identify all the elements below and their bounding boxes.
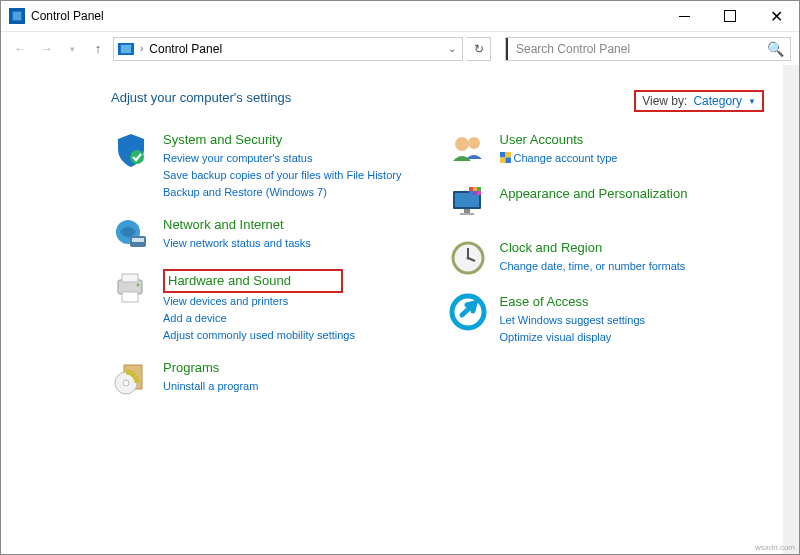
category-title-link[interactable]: System and Security xyxy=(163,130,282,150)
search-placeholder: Search Control Panel xyxy=(512,42,767,56)
svg-rect-9 xyxy=(122,274,138,282)
sublink[interactable]: Save backup copies of your files with Fi… xyxy=(163,167,428,184)
address-bar[interactable]: › Control Panel ⌄ xyxy=(113,37,463,61)
svg-point-14 xyxy=(123,380,129,386)
svg-rect-24 xyxy=(460,213,474,215)
category-title-link[interactable]: Ease of Access xyxy=(500,292,589,312)
svg-rect-30 xyxy=(477,191,481,195)
svg-rect-25 xyxy=(469,187,473,191)
sublink[interactable]: Adjust commonly used mobility settings xyxy=(163,327,428,344)
svg-point-11 xyxy=(137,284,140,287)
sublink[interactable]: Backup and Restore (Windows 7) xyxy=(163,184,428,201)
sublink[interactable]: View network status and tasks xyxy=(163,235,428,252)
right-column: User Accounts Change account type Appear… xyxy=(448,130,765,412)
category-appearance: Appearance and Personalization xyxy=(448,184,765,224)
sublink[interactable]: Let Windows suggest settings xyxy=(500,312,765,329)
refresh-button[interactable]: ↻ xyxy=(467,37,491,61)
nav-recent-dropdown[interactable]: ▾ xyxy=(61,38,83,60)
category-system-and-security: System and Security Review your computer… xyxy=(111,130,428,201)
category-programs: Programs Uninstall a program xyxy=(111,358,428,398)
svg-rect-18 xyxy=(505,152,511,158)
svg-rect-23 xyxy=(464,209,470,213)
svg-point-4 xyxy=(130,150,144,164)
svg-rect-17 xyxy=(500,152,506,158)
svg-rect-1 xyxy=(13,12,21,20)
clock-icon xyxy=(448,238,488,278)
category-title-link[interactable]: Clock and Region xyxy=(500,238,603,258)
category-ease-of-access: Ease of Access Let Windows suggest setti… xyxy=(448,292,765,346)
sublink[interactable]: View devices and printers xyxy=(163,293,428,310)
view-by-label: View by: xyxy=(642,94,687,108)
sublink[interactable]: Review your computer's status xyxy=(163,150,428,167)
category-network-and-internet: Network and Internet View network status… xyxy=(111,215,428,255)
svg-rect-7 xyxy=(132,238,144,242)
svg-point-15 xyxy=(455,137,469,151)
sublink[interactable]: Change account type xyxy=(514,150,618,167)
titlebar: Control Panel ✕ xyxy=(1,1,799,31)
globe-icon xyxy=(111,215,151,255)
svg-point-34 xyxy=(466,257,469,260)
search-icon[interactable]: 🔍 xyxy=(767,41,784,57)
svg-rect-20 xyxy=(505,158,511,164)
svg-rect-10 xyxy=(122,292,138,302)
monitor-icon xyxy=(448,184,488,224)
vertical-scrollbar[interactable] xyxy=(783,65,799,554)
svg-rect-29 xyxy=(473,191,477,195)
sublink[interactable]: Change date, time, or number formats xyxy=(500,258,765,275)
sublink[interactable]: Add a device xyxy=(163,310,428,327)
sublink[interactable]: Uninstall a program xyxy=(163,378,428,395)
minimize-button[interactable] xyxy=(661,1,707,31)
svg-point-16 xyxy=(468,137,480,149)
uac-shield-icon xyxy=(500,152,511,165)
svg-rect-22 xyxy=(455,193,479,207)
disc-box-icon xyxy=(111,358,151,398)
categories-grid: System and Security Review your computer… xyxy=(111,130,764,412)
content-area: Adjust your computer's settings View by:… xyxy=(1,65,799,554)
svg-rect-3 xyxy=(121,45,131,53)
watermark: wsxdn.com xyxy=(755,543,795,552)
address-dropdown-icon[interactable]: ⌄ xyxy=(448,43,456,54)
svg-rect-27 xyxy=(477,187,481,191)
category-title-link-highlighted[interactable]: Hardware and Sound xyxy=(163,269,343,293)
sublink[interactable]: Optimize visual display xyxy=(500,329,765,346)
dropdown-arrow-icon: ▼ xyxy=(748,97,756,106)
maximize-button[interactable] xyxy=(707,1,753,31)
category-hardware-and-sound: Hardware and Sound View devices and prin… xyxy=(111,269,428,344)
nav-up-button[interactable]: ↑ xyxy=(87,38,109,60)
window-title: Control Panel xyxy=(31,9,104,23)
nav-back-button[interactable]: ← xyxy=(9,38,31,60)
users-icon xyxy=(448,130,488,170)
window-controls: ✕ xyxy=(661,1,799,31)
category-title-link[interactable]: User Accounts xyxy=(500,130,584,150)
ease-of-access-icon xyxy=(448,292,488,332)
close-button[interactable]: ✕ xyxy=(753,1,799,31)
address-control-panel-icon xyxy=(118,43,134,55)
nav-forward-button[interactable]: → xyxy=(35,38,57,60)
left-column: System and Security Review your computer… xyxy=(111,130,428,412)
category-title-link[interactable]: Appearance and Personalization xyxy=(500,184,688,204)
category-title-link[interactable]: Network and Internet xyxy=(163,215,284,235)
search-cursor xyxy=(506,38,508,60)
navbar: ← → ▾ ↑ › Control Panel ⌄ ↻ Search Contr… xyxy=(1,31,799,65)
search-box[interactable]: Search Control Panel 🔍 xyxy=(505,37,791,61)
view-by-selector[interactable]: View by: Category ▼ xyxy=(634,90,764,112)
view-by-value: Category xyxy=(693,94,742,108)
category-title-link[interactable]: Programs xyxy=(163,358,219,378)
control-panel-icon xyxy=(9,8,25,24)
titlebar-left: Control Panel xyxy=(9,8,104,24)
svg-rect-26 xyxy=(473,187,477,191)
shield-icon xyxy=(111,130,151,170)
svg-rect-28 xyxy=(469,191,473,195)
printer-icon xyxy=(111,269,151,309)
breadcrumb-item[interactable]: Control Panel xyxy=(149,42,222,56)
svg-rect-19 xyxy=(500,158,506,164)
category-user-accounts: User Accounts Change account type xyxy=(448,130,765,170)
category-clock-and-region: Clock and Region Change date, time, or n… xyxy=(448,238,765,278)
breadcrumb-chevron-icon: › xyxy=(140,43,143,54)
